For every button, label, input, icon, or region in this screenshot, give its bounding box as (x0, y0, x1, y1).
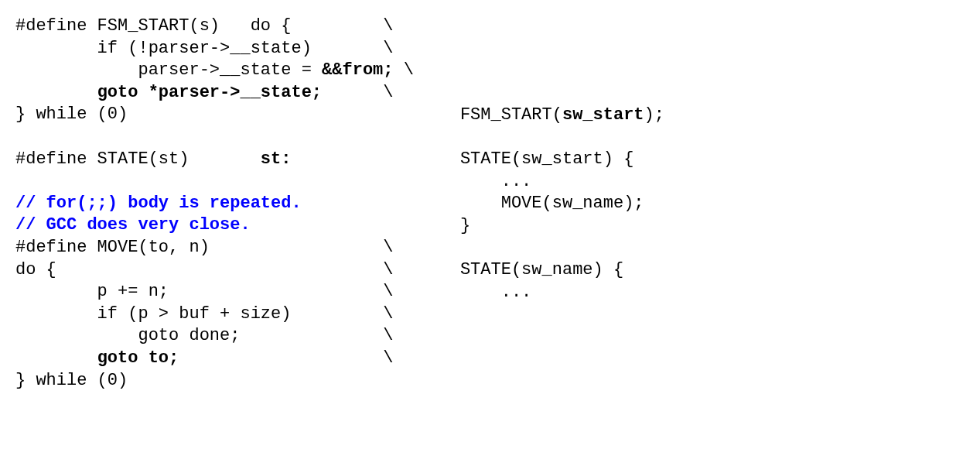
code-line: } while (0) (15, 105, 128, 124)
blank-line (460, 238, 470, 258)
code-line (15, 83, 97, 102)
code-line: #define FSM_START(s) do { \ (15, 16, 393, 36)
code-line: p += n; \ (15, 282, 393, 301)
code-bold: &&from; (322, 60, 393, 80)
code-line: ... (460, 283, 531, 302)
code-line (15, 348, 97, 368)
code-line: #define STATE(st) (15, 149, 261, 169)
blank-line (15, 127, 26, 146)
code-line: #define MOVE(to, n) \ (15, 238, 393, 257)
code-line: if (p > buf + size) \ (15, 304, 393, 324)
code-bold: goto *parser->__state; (97, 83, 322, 102)
blank-line (15, 171, 26, 190)
left-column: #define FSM_START(s) do { \ if (!parser-… (15, 15, 414, 392)
code-line: FSM_START( (460, 105, 562, 125)
code-line: do { \ (15, 260, 393, 279)
code-line: \ (394, 60, 414, 80)
code-line: ); (644, 105, 664, 125)
code-line: MOVE(sw_name); (460, 194, 644, 213)
code-line: parser->__state = (15, 60, 322, 80)
right-column: FSM_START(sw_start); STATE(sw_start) { .… (460, 15, 664, 303)
code-bold: goto to; (97, 348, 179, 368)
code-line: STATE(sw_start) { (460, 149, 633, 169)
code-line: } while (0) (15, 371, 128, 390)
code-bold: st: (261, 149, 292, 169)
comment-line: // for(;;) body is repeated. (15, 194, 302, 213)
blank-line (460, 128, 470, 147)
code-line: \ (322, 83, 393, 102)
comment-line: // GCC does very close. (15, 215, 251, 235)
code-container: #define FSM_START(s) do { \ if (!parser-… (15, 15, 965, 392)
code-bold: sw_start (562, 105, 644, 125)
code-line: goto done; \ (15, 326, 393, 345)
code-line: \ (179, 348, 393, 368)
code-line: STATE(sw_name) { (460, 260, 623, 279)
code-line: } (460, 216, 470, 235)
code-line: ... (460, 172, 531, 191)
code-line: if (!parser->__state) \ (15, 39, 393, 58)
